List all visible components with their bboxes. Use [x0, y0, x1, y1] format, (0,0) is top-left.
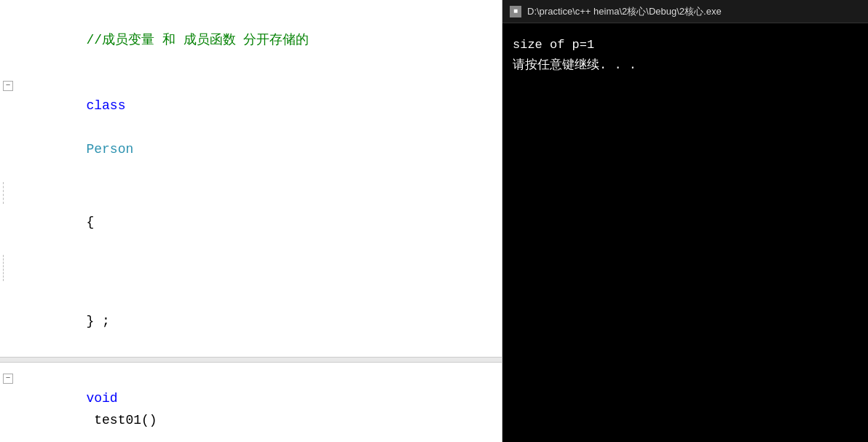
terminal-icon: ■	[510, 6, 521, 17]
code-line: {	[0, 182, 502, 255]
code-line	[0, 255, 502, 288]
gutter	[0, 255, 20, 281]
code-content: {	[20, 189, 502, 255]
gutter: −	[0, 374, 20, 384]
code-token-keyword: class	[86, 98, 125, 113]
code-token: } ;	[86, 314, 109, 328]
code-token: //成员变量 和 成员函数 分开存储的	[86, 33, 309, 47]
code-content: class Person	[20, 73, 502, 182]
code-token	[86, 120, 94, 135]
code-token: {	[86, 215, 94, 229]
terminal-output-line-2: 请按任意键继续. . .	[513, 55, 858, 76]
terminal-output-line-1: size of p=1	[513, 35, 858, 55]
code-editor-panel: //成员变量 和 成员函数 分开存储的 − class Person {	[0, 0, 502, 442]
terminal-titlebar: ■ D:\practice\c++ heima\2核心\Debug\2核心.ex…	[502, 0, 868, 23]
code-token-classname: Person	[86, 142, 133, 157]
gutter: −	[0, 81, 20, 91]
collapse-button[interactable]: −	[3, 81, 13, 91]
code-line: − void test01()	[0, 366, 502, 442]
collapse-button[interactable]: −	[3, 374, 13, 384]
terminal-body: size of p=1 请按任意键继续. . .	[502, 23, 868, 442]
code-token: test01()	[86, 413, 157, 427]
code-line: //成员变量 和 成员函数 分开存储的	[0, 7, 502, 73]
code-token-keyword: void	[86, 391, 117, 406]
code-content: } ;	[20, 288, 502, 354]
code-area: //成员变量 和 成员函数 分开存储的 − class Person {	[0, 0, 502, 442]
terminal-title: D:\practice\c++ heima\2核心\Debug\2核心.exe	[527, 5, 722, 18]
gutter	[0, 182, 20, 204]
code-content: void test01()	[20, 366, 502, 442]
code-separator	[0, 357, 502, 363]
terminal-panel: ■ D:\practice\c++ heima\2核心\Debug\2核心.ex…	[502, 0, 868, 442]
code-line: } ;	[0, 288, 502, 354]
code-line: − class Person	[0, 73, 502, 182]
code-content	[20, 267, 502, 288]
code-content: //成员变量 和 成员函数 分开存储的	[20, 7, 502, 73]
